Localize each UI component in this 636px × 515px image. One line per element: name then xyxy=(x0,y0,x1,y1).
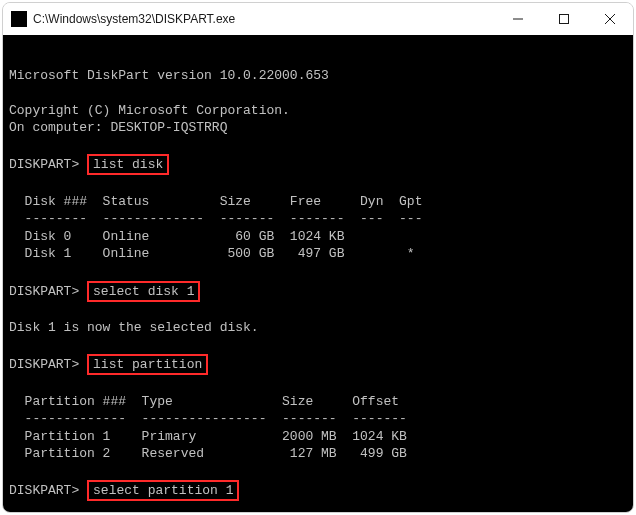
titlebar[interactable]: C:\Windows\system32\DISKPART.exe xyxy=(3,3,633,35)
partition-row-0: Partition 1 Primary 2000 MB 1024 KB xyxy=(9,429,407,444)
command-select-disk: select disk 1 xyxy=(87,281,200,302)
close-icon xyxy=(605,14,615,24)
message-disk-selected: Disk 1 is now the selected disk. xyxy=(9,320,259,335)
maximize-button[interactable] xyxy=(541,3,587,35)
terminal-output[interactable]: Microsoft DiskPart version 10.0.22000.65… xyxy=(3,35,633,512)
disk-table-divider: -------- ------------- ------- ------- -… xyxy=(9,211,422,226)
partition-table-divider: ------------- ---------------- ------- -… xyxy=(9,411,407,426)
command-list-partition: list partition xyxy=(87,354,208,375)
prompt: DISKPART> xyxy=(9,157,79,172)
prompt: DISKPART> xyxy=(9,357,79,372)
app-icon xyxy=(11,11,27,27)
window-controls xyxy=(495,3,633,35)
application-window: C:\Windows\system32\DISKPART.exe Microso… xyxy=(2,2,634,513)
disk-table-header: Disk ### Status Size Free Dyn Gpt xyxy=(9,194,422,209)
version-line: Microsoft DiskPart version 10.0.22000.65… xyxy=(9,68,329,83)
command-select-partition: select partition 1 xyxy=(87,480,239,501)
partition-table-header: Partition ### Type Size Offset xyxy=(9,394,399,409)
minimize-icon xyxy=(513,14,523,24)
copyright-line: Copyright (C) Microsoft Corporation. xyxy=(9,103,290,118)
window-title: C:\Windows\system32\DISKPART.exe xyxy=(33,12,495,26)
prompt: DISKPART> xyxy=(9,483,79,498)
prompt: DISKPART> xyxy=(9,284,79,299)
disk-row-0: Disk 0 Online 60 GB 1024 KB xyxy=(9,229,438,244)
close-button[interactable] xyxy=(587,3,633,35)
minimize-button[interactable] xyxy=(495,3,541,35)
svg-rect-1 xyxy=(560,15,569,24)
command-list-disk: list disk xyxy=(87,154,169,175)
computer-line: On computer: DESKTOP-IQSTRRQ xyxy=(9,120,227,135)
disk-row-1: Disk 1 Online 500 GB 497 GB * xyxy=(9,246,438,261)
partition-row-1: Partition 2 Reserved 127 MB 499 GB xyxy=(9,446,407,461)
maximize-icon xyxy=(559,14,569,24)
